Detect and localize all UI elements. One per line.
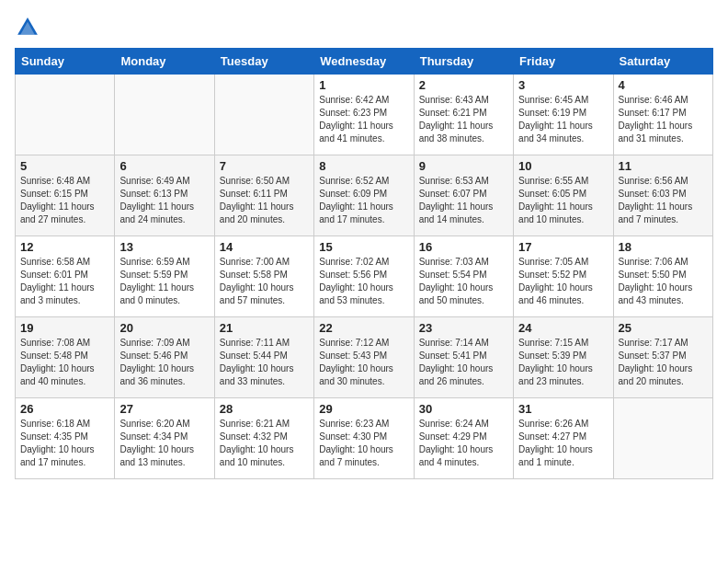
day-number: 22 <box>319 321 408 335</box>
day-info: Sunrise: 6:59 AM Sunset: 5:59 PM Dayligh… <box>119 256 209 307</box>
day-info: Sunrise: 7:14 AM Sunset: 5:41 PM Dayligh… <box>419 337 508 388</box>
calendar-cell <box>115 75 214 155</box>
calendar-cell: 2Sunrise: 6:43 AM Sunset: 6:21 PM Daylig… <box>414 75 513 155</box>
day-info: Sunrise: 7:15 AM Sunset: 5:39 PM Dayligh… <box>518 337 608 388</box>
day-number: 26 <box>20 402 109 416</box>
day-info: Sunrise: 7:11 AM Sunset: 5:44 PM Dayligh… <box>220 337 309 388</box>
calendar-cell: 10Sunrise: 6:55 AM Sunset: 6:05 PM Dayli… <box>514 155 613 236</box>
calendar-cell: 11Sunrise: 6:56 AM Sunset: 6:03 PM Dayli… <box>613 155 712 236</box>
day-number: 29 <box>319 402 408 416</box>
day-number: 1 <box>319 78 408 92</box>
day-info: Sunrise: 6:26 AM Sunset: 4:27 PM Dayligh… <box>518 418 608 469</box>
day-info: Sunrise: 7:09 AM Sunset: 5:46 PM Dayligh… <box>119 337 209 388</box>
day-info: Sunrise: 7:00 AM Sunset: 5:58 PM Dayligh… <box>220 256 309 307</box>
calendar-cell: 1Sunrise: 6:42 AM Sunset: 6:23 PM Daylig… <box>314 75 414 155</box>
calendar-cell: 30Sunrise: 6:24 AM Sunset: 4:29 PM Dayli… <box>414 398 513 479</box>
calendar-cell: 4Sunrise: 6:46 AM Sunset: 6:17 PM Daylig… <box>613 75 712 155</box>
day-number: 19 <box>20 321 109 335</box>
calendar-cell: 19Sunrise: 7:08 AM Sunset: 5:48 PM Dayli… <box>16 317 115 398</box>
day-number: 21 <box>220 321 309 335</box>
day-number: 31 <box>518 402 608 416</box>
day-info: Sunrise: 6:43 AM Sunset: 6:21 PM Dayligh… <box>419 94 508 145</box>
day-number: 2 <box>419 78 508 92</box>
day-info: Sunrise: 6:56 AM Sunset: 6:03 PM Dayligh… <box>619 175 708 226</box>
day-info: Sunrise: 7:12 AM Sunset: 5:43 PM Dayligh… <box>319 337 408 388</box>
calendar-cell: 31Sunrise: 6:26 AM Sunset: 4:27 PM Dayli… <box>514 398 613 479</box>
day-number: 13 <box>119 240 209 254</box>
day-info: Sunrise: 6:42 AM Sunset: 6:23 PM Dayligh… <box>319 94 408 145</box>
day-number: 23 <box>419 321 508 335</box>
day-number: 27 <box>119 402 209 416</box>
calendar-cell: 28Sunrise: 6:21 AM Sunset: 4:32 PM Dayli… <box>214 398 313 479</box>
calendar-cell: 6Sunrise: 6:49 AM Sunset: 6:13 PM Daylig… <box>115 155 214 236</box>
calendar-cell: 8Sunrise: 6:52 AM Sunset: 6:09 PM Daylig… <box>314 155 414 236</box>
day-info: Sunrise: 6:23 AM Sunset: 4:30 PM Dayligh… <box>319 418 408 469</box>
day-number: 8 <box>319 159 408 173</box>
day-info: Sunrise: 6:21 AM Sunset: 4:32 PM Dayligh… <box>220 418 309 469</box>
weekday-header: Sunday <box>16 49 115 75</box>
day-info: Sunrise: 7:17 AM Sunset: 5:37 PM Dayligh… <box>619 337 708 388</box>
day-info: Sunrise: 6:45 AM Sunset: 6:19 PM Dayligh… <box>518 94 608 145</box>
day-number: 28 <box>220 402 309 416</box>
day-info: Sunrise: 6:49 AM Sunset: 6:13 PM Dayligh… <box>119 175 209 226</box>
calendar-cell: 25Sunrise: 7:17 AM Sunset: 5:37 PM Dayli… <box>613 317 712 398</box>
day-number: 4 <box>619 78 708 92</box>
day-number: 10 <box>518 159 608 173</box>
calendar-header <box>15 15 713 40</box>
day-info: Sunrise: 6:48 AM Sunset: 6:15 PM Dayligh… <box>20 175 109 226</box>
calendar-cell <box>214 75 313 155</box>
weekday-header: Tuesday <box>214 49 313 75</box>
calendar-cell: 22Sunrise: 7:12 AM Sunset: 5:43 PM Dayli… <box>314 317 414 398</box>
logo <box>15 15 44 40</box>
day-info: Sunrise: 6:18 AM Sunset: 4:35 PM Dayligh… <box>20 418 109 469</box>
day-number: 15 <box>319 240 408 254</box>
day-number: 14 <box>220 240 309 254</box>
day-number: 24 <box>518 321 608 335</box>
weekday-header: Friday <box>514 49 613 75</box>
day-info: Sunrise: 7:03 AM Sunset: 5:54 PM Dayligh… <box>419 256 508 307</box>
calendar-cell: 13Sunrise: 6:59 AM Sunset: 5:59 PM Dayli… <box>115 236 214 317</box>
calendar-cell: 17Sunrise: 7:05 AM Sunset: 5:52 PM Dayli… <box>514 236 613 317</box>
calendar-cell: 20Sunrise: 7:09 AM Sunset: 5:46 PM Dayli… <box>115 317 214 398</box>
day-number: 20 <box>119 321 209 335</box>
day-info: Sunrise: 6:53 AM Sunset: 6:07 PM Dayligh… <box>419 175 508 226</box>
calendar-cell: 16Sunrise: 7:03 AM Sunset: 5:54 PM Dayli… <box>414 236 513 317</box>
weekday-header: Wednesday <box>314 49 414 75</box>
calendar-cell: 24Sunrise: 7:15 AM Sunset: 5:39 PM Dayli… <box>514 317 613 398</box>
day-info: Sunrise: 6:20 AM Sunset: 4:34 PM Dayligh… <box>119 418 209 469</box>
day-number: 25 <box>619 321 708 335</box>
calendar-cell: 15Sunrise: 7:02 AM Sunset: 5:56 PM Dayli… <box>314 236 414 317</box>
calendar-cell <box>16 75 115 155</box>
calendar-cell: 23Sunrise: 7:14 AM Sunset: 5:41 PM Dayli… <box>414 317 513 398</box>
day-number: 7 <box>220 159 309 173</box>
day-info: Sunrise: 6:58 AM Sunset: 6:01 PM Dayligh… <box>20 256 109 307</box>
day-info: Sunrise: 6:55 AM Sunset: 6:05 PM Dayligh… <box>518 175 608 226</box>
day-info: Sunrise: 6:24 AM Sunset: 4:29 PM Dayligh… <box>419 418 508 469</box>
day-info: Sunrise: 7:08 AM Sunset: 5:48 PM Dayligh… <box>20 337 109 388</box>
day-number: 12 <box>20 240 109 254</box>
day-info: Sunrise: 6:46 AM Sunset: 6:17 PM Dayligh… <box>619 94 708 145</box>
day-number: 5 <box>20 159 109 173</box>
calendar-table: SundayMondayTuesdayWednesdayThursdayFrid… <box>15 48 713 479</box>
calendar-cell: 14Sunrise: 7:00 AM Sunset: 5:58 PM Dayli… <box>214 236 313 317</box>
day-number: 3 <box>518 78 608 92</box>
day-number: 30 <box>419 402 508 416</box>
day-number: 16 <box>419 240 508 254</box>
weekday-header: Saturday <box>613 49 712 75</box>
calendar-cell: 29Sunrise: 6:23 AM Sunset: 4:30 PM Dayli… <box>314 398 414 479</box>
day-info: Sunrise: 7:05 AM Sunset: 5:52 PM Dayligh… <box>518 256 608 307</box>
calendar-cell: 21Sunrise: 7:11 AM Sunset: 5:44 PM Dayli… <box>214 317 313 398</box>
calendar-cell: 26Sunrise: 6:18 AM Sunset: 4:35 PM Dayli… <box>16 398 115 479</box>
calendar-cell: 27Sunrise: 6:20 AM Sunset: 4:34 PM Dayli… <box>115 398 214 479</box>
day-info: Sunrise: 6:52 AM Sunset: 6:09 PM Dayligh… <box>319 175 408 226</box>
calendar-cell <box>613 398 712 479</box>
calendar-cell: 5Sunrise: 6:48 AM Sunset: 6:15 PM Daylig… <box>16 155 115 236</box>
day-info: Sunrise: 6:50 AM Sunset: 6:11 PM Dayligh… <box>220 175 309 226</box>
day-number: 6 <box>119 159 209 173</box>
logo-icon <box>15 15 40 40</box>
calendar-cell: 12Sunrise: 6:58 AM Sunset: 6:01 PM Dayli… <box>16 236 115 317</box>
day-number: 18 <box>619 240 708 254</box>
day-number: 17 <box>518 240 608 254</box>
calendar-cell: 3Sunrise: 6:45 AM Sunset: 6:19 PM Daylig… <box>514 75 613 155</box>
calendar-cell: 18Sunrise: 7:06 AM Sunset: 5:50 PM Dayli… <box>613 236 712 317</box>
